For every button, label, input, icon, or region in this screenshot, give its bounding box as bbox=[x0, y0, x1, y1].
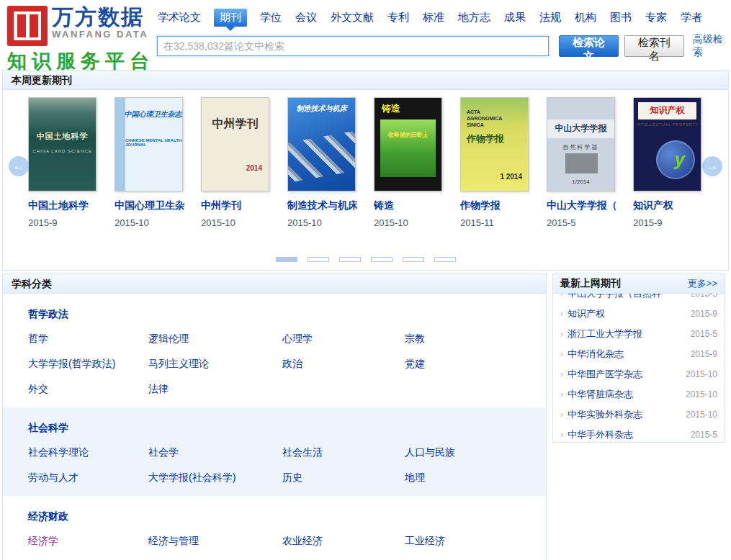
nav-tab-tushu[interactable]: 图书 bbox=[609, 9, 632, 27]
nav-tab-xuezhe[interactable]: 学者 bbox=[680, 9, 703, 27]
latest-journal-date: 2015-10 bbox=[686, 389, 717, 399]
nav-tab-waiwenwenxian[interactable]: 外文文献 bbox=[330, 9, 375, 27]
category-link[interactable]: 法律 bbox=[148, 383, 282, 396]
latest-journal-row[interactable]: › 中华肾脏病杂志 2015-10 bbox=[560, 384, 717, 405]
latest-journal-link[interactable]: 中华肾脏病杂志 bbox=[568, 388, 686, 401]
advanced-search-link[interactable]: 高级检索 bbox=[693, 33, 731, 59]
logo[interactable]: 万方数据 WANFANG DATA 知识服务平台 bbox=[7, 6, 154, 74]
nav-tab-jigou[interactable]: 机构 bbox=[574, 9, 597, 27]
category-link[interactable]: 人口与民族 bbox=[405, 446, 539, 459]
latest-journal-list: › 中山大学学报（自然科 2015-5 › 知识产权 2015-9 › 浙江工业… bbox=[553, 294, 725, 442]
category-link[interactable]: 马列主义理论 bbox=[148, 358, 282, 371]
category-link[interactable]: 外交 bbox=[28, 383, 148, 396]
category-group-title: 经济财政 bbox=[28, 510, 539, 523]
category-link[interactable]: 地理 bbox=[405, 471, 539, 484]
category-link[interactable]: 劳动与人才 bbox=[28, 471, 148, 484]
latest-journal-link[interactable]: 中华手外科杂志 bbox=[568, 428, 691, 441]
journal-issue-date: 2015-10 bbox=[374, 217, 444, 228]
category-link[interactable]: 社会生活 bbox=[282, 446, 405, 459]
category-link[interactable]: 心理学 bbox=[282, 333, 405, 346]
journal-cover[interactable]: ACTA AGRONOMICA SINICA 作物学报 1 2014 bbox=[460, 97, 529, 191]
carousel-dot-5[interactable] bbox=[403, 257, 424, 262]
journal-title-link[interactable]: 中山大学学报（… bbox=[547, 199, 616, 212]
journal-cover[interactable]: 知识产权 INTELLECTUAL PROPERTY y bbox=[633, 97, 701, 191]
latest-journal-row[interactable]: › 中华消化杂志 2015-9 bbox=[560, 344, 717, 364]
nav-tab-huiyi[interactable]: 会议 bbox=[295, 9, 318, 27]
category-link[interactable]: 大学学报(哲学政法) bbox=[28, 358, 148, 371]
latest-journal-link[interactable]: 中山大学学报（自然科 bbox=[568, 294, 691, 300]
journal-card[interactable]: 铸造 在希望的田野上 铸造 2015-10 bbox=[374, 97, 444, 228]
latest-journal-row[interactable]: › 中华围产医学杂志 2015-10 bbox=[560, 364, 717, 384]
journal-cover[interactable]: 中山大学学报 自然科学版 1/2014 bbox=[547, 97, 615, 191]
carousel-next-button[interactable]: → bbox=[702, 156, 722, 176]
category-link[interactable]: 哲学 bbox=[28, 333, 148, 346]
journal-card[interactable]: 中州学刊 2014 中州学刊 2015-10 bbox=[201, 97, 271, 228]
journal-title-link[interactable]: 制造技术与机床 bbox=[287, 199, 357, 212]
category-link[interactable]: 社会学 bbox=[148, 446, 282, 459]
carousel-dot-1[interactable] bbox=[276, 257, 297, 262]
latest-journal-link[interactable]: 中华围产医学杂志 bbox=[568, 368, 686, 381]
category-link[interactable]: 党建 bbox=[405, 358, 539, 371]
category-link[interactable]: 大学学报(社会科学) bbox=[148, 471, 282, 484]
nav-tab-biaozhun[interactable]: 标准 bbox=[422, 9, 445, 27]
latest-journal-link[interactable]: 浙江工业大学学报 bbox=[568, 328, 691, 340]
nav-tab-fagui[interactable]: 法规 bbox=[539, 9, 562, 27]
journal-card[interactable]: 中国心理卫生杂志 CHINESE MENTAL HEALTH JOURNAL 中… bbox=[115, 97, 184, 228]
search-input[interactable] bbox=[157, 36, 549, 56]
carousel-dot-4[interactable] bbox=[371, 257, 393, 262]
journal-cover[interactable]: 铸造 在希望的田野上 bbox=[374, 97, 442, 191]
category-link[interactable]: 政治 bbox=[282, 358, 405, 371]
nav-tab-qikan-active[interactable]: 期刊 bbox=[214, 9, 247, 27]
journal-card[interactable]: 制造技术与机床 制造技术与机床 2015-10 bbox=[287, 97, 357, 228]
journal-title-link[interactable]: 知识产权 bbox=[633, 199, 703, 212]
latest-journal-row[interactable]: › 中华实验外科杂志 2015-10 bbox=[560, 405, 717, 425]
latest-journal-link[interactable]: 知识产权 bbox=[568, 307, 691, 320]
chevron-right-icon: › bbox=[560, 329, 563, 339]
category-link[interactable]: 历史 bbox=[282, 471, 405, 484]
journal-card[interactable]: ACTA AGRONOMICA SINICA 作物学报 1 2014 作物学报 … bbox=[460, 97, 530, 228]
category-link[interactable]: 农业经济 bbox=[282, 535, 405, 548]
nav-tab-zhuanjia[interactable]: 专家 bbox=[645, 9, 668, 27]
chevron-right-icon: › bbox=[560, 389, 563, 399]
journal-issue-date: 2015-10 bbox=[201, 217, 271, 228]
nav-tab-xuewei[interactable]: 学位 bbox=[259, 9, 282, 27]
logo-tagline: 知识服务平台 bbox=[7, 48, 154, 74]
journal-cover[interactable]: 中州学刊 2014 bbox=[201, 97, 269, 191]
latest-journal-row[interactable]: › 中华手外科杂志 2015-5 bbox=[560, 425, 717, 442]
latest-journal-link[interactable]: 中华实验外科杂志 bbox=[568, 408, 686, 421]
latest-journal-link[interactable]: 中华消化杂志 bbox=[568, 348, 691, 361]
journal-title-link[interactable]: 中国土地科学 bbox=[28, 199, 98, 212]
category-link[interactable]: 社会科学理论 bbox=[28, 446, 148, 459]
nav-tab-chengguo[interactable]: 成果 bbox=[503, 9, 526, 27]
search-papers-button[interactable]: 检索论文 bbox=[559, 35, 619, 57]
carousel-dot-2[interactable] bbox=[308, 257, 329, 262]
journal-cover[interactable]: 中国心理卫生杂志 CHINESE MENTAL HEALTH JOURNAL bbox=[115, 97, 183, 191]
category-group-economy-finance: 经济财政 经济学 经济与管理 农业经济 工业经济 交通旅游经济 邮电经济 贸易经… bbox=[3, 496, 546, 560]
journal-title-link[interactable]: 作物学报 bbox=[460, 199, 530, 212]
category-link[interactable]: 经济与管理 bbox=[148, 535, 282, 548]
more-link[interactable]: 更多>> bbox=[688, 277, 717, 290]
journal-title-link[interactable]: 铸造 bbox=[374, 199, 444, 212]
journal-cover[interactable]: 中国土地科学 CHINA LAND SCIENCE bbox=[28, 97, 97, 191]
carousel-prev-button[interactable]: ← bbox=[9, 156, 29, 176]
journal-title-link[interactable]: 中州学刊 bbox=[201, 199, 271, 212]
nav-tab-difangzhi[interactable]: 地方志 bbox=[457, 9, 491, 27]
latest-journal-row[interactable]: › 中山大学学报（自然科 2015-5 bbox=[560, 294, 717, 304]
category-link-visited[interactable]: 经济学 bbox=[28, 535, 148, 548]
search-journal-name-button[interactable]: 检索刊名 bbox=[624, 35, 684, 57]
journal-cover[interactable]: 制造技术与机床 bbox=[287, 97, 356, 191]
latest-journal-row[interactable]: › 知识产权 2015-9 bbox=[560, 304, 717, 324]
journal-card[interactable]: 中山大学学报 自然科学版 1/2014 中山大学学报（… 2015-5 bbox=[547, 97, 616, 228]
category-link[interactable]: 逻辑伦理 bbox=[148, 333, 282, 346]
chevron-right-icon: › bbox=[560, 410, 563, 420]
category-link[interactable]: 工业经济 bbox=[405, 535, 539, 548]
carousel-dot-3[interactable] bbox=[339, 257, 361, 262]
carousel-dot-6[interactable] bbox=[434, 257, 456, 262]
journal-card[interactable]: 知识产权 INTELLECTUAL PROPERTY y 知识产权 2015-9 bbox=[633, 97, 703, 228]
latest-journal-row[interactable]: › 浙江工业大学学报 2015-5 bbox=[560, 324, 717, 344]
category-link[interactable]: 宗教 bbox=[405, 333, 539, 346]
journal-title-link[interactable]: 中国心理卫生杂志 bbox=[115, 199, 184, 212]
nav-tab-zhuanli[interactable]: 专利 bbox=[387, 9, 410, 27]
journal-card[interactable]: 中国土地科学 CHINA LAND SCIENCE 中国土地科学 2015-9 bbox=[28, 97, 98, 228]
nav-tab-xueshulunwen[interactable]: 学术论文 bbox=[157, 9, 202, 27]
